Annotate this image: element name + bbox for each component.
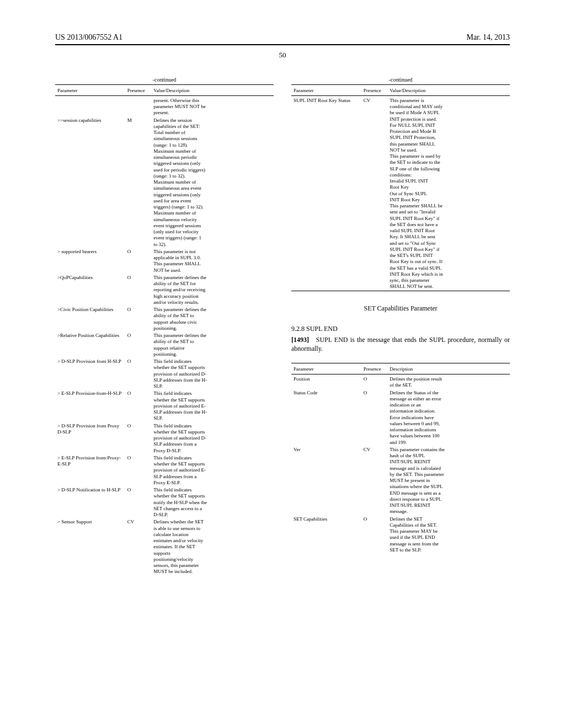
param-cell: Status Code xyxy=(291,389,361,446)
presence-cell: O xyxy=(125,274,152,306)
col-header: Value/Description xyxy=(151,86,274,96)
table-caption: SET Capabilities Parameter xyxy=(291,304,510,313)
para-number: [1493] xyxy=(291,336,309,344)
doc-date: Mar. 14, 2013 xyxy=(466,33,510,42)
desc-cell: This parameter isconditional and MAY onl… xyxy=(387,97,510,291)
two-column-layout: -continued Parameter Presence Value/Desc… xyxy=(55,76,510,576)
table-row: > D-SLP Provision from Proxy D-SLPOThis … xyxy=(55,422,274,454)
desc-cell: This field indicateswhether the SET supp… xyxy=(151,454,274,486)
set-capabilities-table-continued-r: -continued Parameter Presence Value/Desc… xyxy=(291,76,510,292)
desc-cell: This parameter defines theability of the… xyxy=(151,332,274,358)
presence-cell xyxy=(125,97,152,117)
section-number: 9.2.8 xyxy=(291,325,305,333)
para-text: SUPL END is the message that ends the SU… xyxy=(291,336,510,352)
col-header: Presence xyxy=(361,365,388,374)
param-cell: > D-SLP Notification to H-SLP xyxy=(55,486,125,518)
desc-cell: Defines the Status of themessage as eith… xyxy=(387,389,510,446)
table-row: present. Otherwise thisparameter MUST NO… xyxy=(55,97,274,117)
set-capabilities-table-continued: -continued Parameter Presence Value/Desc… xyxy=(55,76,274,576)
table-header-row: Parameter Presence Value/Description xyxy=(55,86,274,96)
desc-cell: This field indicateswhether the SET supp… xyxy=(151,486,274,518)
table-title: -continued xyxy=(55,76,274,84)
col-header: Presence xyxy=(361,86,388,96)
presence-cell: O xyxy=(125,332,152,358)
param-cell: >>session capabilities xyxy=(55,117,125,248)
param-cell: > supported bearers xyxy=(55,248,125,274)
table-row: VerCVThis parameter contains thehash of … xyxy=(291,446,510,516)
page: US 2013/0067552 A1 Mar. 14, 2013 50 -con… xyxy=(0,0,565,728)
desc-cell: This parameter is notapplicable in SUPL … xyxy=(151,248,274,274)
presence-cell: CV xyxy=(361,446,388,516)
param-cell: Ver xyxy=(291,446,361,516)
header-rule xyxy=(55,44,510,45)
col-header: Presence xyxy=(125,86,152,96)
section-heading: 9.2.8 SUPL END xyxy=(291,325,510,333)
desc-cell: Defines the SETCapabilities of the SET.T… xyxy=(387,516,510,554)
desc-cell: This field indicateswhether the SET supp… xyxy=(151,390,274,422)
desc-cell: Defines the position resultof the SET. xyxy=(387,376,510,389)
desc-cell: This field indicateswhether the SET supp… xyxy=(151,422,274,454)
table-title: -continued xyxy=(291,76,510,84)
table-row: > Sensor SupportCVDefines whether the SE… xyxy=(55,518,274,575)
presence-cell: M xyxy=(125,117,152,248)
presence-cell: O xyxy=(361,376,388,389)
table-row: > D-SLP Provision from H-SLPOThis field … xyxy=(55,358,274,390)
table-row: Status CodeODefines the Status of themes… xyxy=(291,389,510,446)
param-cell: SUPL INIT Root Key Status xyxy=(291,97,361,291)
supl-end-table: Parameter Presence Description PositionO… xyxy=(291,363,510,554)
presence-cell: O xyxy=(125,486,152,518)
presence-cell: CV xyxy=(361,97,388,291)
left-column: -continued Parameter Presence Value/Desc… xyxy=(55,76,274,576)
table-row: > E-SLP Provision from-Proxy-E-SLPOThis … xyxy=(55,454,274,486)
param-cell: > Sensor Support xyxy=(55,518,125,575)
col-header: Description xyxy=(387,365,510,374)
param-cell: Position xyxy=(291,376,361,389)
desc-cell: This parameter defines theability of the… xyxy=(151,306,274,332)
col-header: Parameter xyxy=(291,365,361,374)
param-cell: > E-SLP Provision from-Proxy-E-SLP xyxy=(55,454,125,486)
page-header: US 2013/0067552 A1 Mar. 14, 2013 xyxy=(55,33,510,42)
col-header: Parameter xyxy=(55,86,125,96)
section-title-text: SUPL END xyxy=(306,325,338,333)
desc-cell: This parameter contains thehash of the S… xyxy=(387,446,510,516)
table-row: > E-SLP Provision-from-H-SLPOThis field … xyxy=(55,390,274,422)
param-cell: > D-SLP Provision from H-SLP xyxy=(55,358,125,390)
right-column: -continued Parameter Presence Value/Desc… xyxy=(291,76,510,576)
param-cell: SET Capabilities xyxy=(291,516,361,554)
table-row: >Relative Position CapabilitiesOThis par… xyxy=(55,332,274,358)
desc-cell: This parameter defines theability of the… xyxy=(151,274,274,306)
table-row: >Civic Position CapabilitiesOThis parame… xyxy=(55,306,274,332)
col-header: Value/Description xyxy=(387,86,510,96)
desc-cell: This field indicateswhether the SET supp… xyxy=(151,358,274,390)
doc-id: US 2013/0067552 A1 xyxy=(55,33,122,42)
col-header: Parameter xyxy=(291,86,361,96)
desc-cell: Defines the sessioncapabilities of the S… xyxy=(151,117,274,248)
presence-cell: O xyxy=(125,248,152,274)
param-cell xyxy=(55,97,125,117)
param-cell: > E-SLP Provision-from-H-SLP xyxy=(55,390,125,422)
table-row: PositionODefines the position resultof t… xyxy=(291,376,510,389)
page-number: 50 xyxy=(55,51,510,60)
table-header-row: Parameter Presence Value/Description xyxy=(291,86,510,96)
table-row: SET CapabilitiesODefines the SETCapabili… xyxy=(291,516,510,554)
param-cell: >QoPCapabilities xyxy=(55,274,125,306)
param-cell: >Civic Position Capabilities xyxy=(55,306,125,332)
paragraph: [1493] SUPL END is the message that ends… xyxy=(291,335,510,353)
table-row: >QoPCapabilitiesOThis parameter defines … xyxy=(55,274,274,306)
param-cell: >Relative Position Capabilities xyxy=(55,332,125,358)
table-row: >>session capabilitiesMDefines the sessi… xyxy=(55,117,274,248)
table-row: > supported bearersOThis parameter is no… xyxy=(55,248,274,274)
desc-cell: present. Otherwise thisparameter MUST NO… xyxy=(151,97,274,117)
table-row: SUPL INIT Root Key StatusCVThis paramete… xyxy=(291,97,510,291)
desc-cell: Defines whether the SETis able to use se… xyxy=(151,518,274,575)
presence-cell: O xyxy=(125,358,152,390)
presence-cell: O xyxy=(125,422,152,454)
presence-cell: O xyxy=(125,390,152,422)
presence-cell: O xyxy=(125,454,152,486)
presence-cell: CV xyxy=(125,518,152,575)
presence-cell: O xyxy=(361,389,388,446)
presence-cell: O xyxy=(125,306,152,332)
presence-cell: O xyxy=(361,516,388,554)
table-header-row: Parameter Presence Description xyxy=(291,365,510,374)
param-cell: > D-SLP Provision from Proxy D-SLP xyxy=(55,422,125,454)
